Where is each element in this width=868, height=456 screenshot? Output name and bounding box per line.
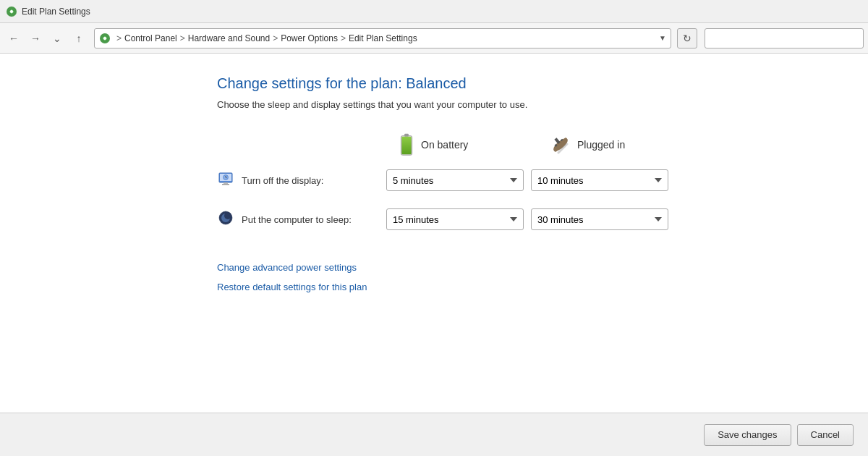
restore-default-link[interactable]: Restore default settings for this plan [217, 282, 367, 292]
page-subtitle: Choose the sleep and display settings th… [217, 99, 527, 110]
up-button[interactable]: ↑ [69, 29, 88, 48]
bottom-bar: Save changes Cancel [0, 413, 868, 456]
nav-bar: ← → ⌄ ↑ > Control Panel > Hardware and S… [0, 23, 868, 54]
back-button[interactable]: ← [4, 29, 23, 48]
display-battery-select[interactable]: 5 minutes 1 minute 2 minutes 3 minutes 1… [386, 169, 524, 191]
svg-rect-13 [224, 182, 228, 184]
sleep-plugged-select[interactable]: 30 minutes 1 minute 2 minutes 3 minutes … [531, 208, 668, 230]
breadcrumb-dropdown-button[interactable]: ▼ [659, 34, 666, 42]
svg-point-3 [103, 37, 106, 40]
display-setting-label: Turn off the display: [242, 175, 386, 186]
battery-icon [398, 132, 415, 158]
breadcrumb-hardware[interactable]: Hardware and Sound [188, 33, 270, 43]
forward-button[interactable]: → [26, 29, 45, 48]
battery-column-header: On battery [398, 132, 542, 158]
column-headers: On battery Plugged in [398, 132, 723, 158]
page-title: Change settings for the plan: Balanced [217, 75, 467, 92]
display-setting-row: Turn off the display: 5 minutes 1 minute… [217, 169, 723, 191]
plugged-column-header: Plugged in [550, 134, 694, 156]
breadcrumb: > Control Panel > Hardware and Sound > P… [114, 33, 656, 43]
plugged-column-label: Plugged in [577, 139, 625, 151]
refresh-button[interactable]: ↻ [677, 28, 697, 48]
plug-icon [550, 134, 571, 156]
breadcrumb-edit-plan[interactable]: Edit Plan Settings [349, 33, 417, 43]
links-section: Change advanced power settings Restore d… [217, 262, 367, 301]
breadcrumb-control-panel[interactable]: Control Panel [124, 33, 177, 43]
sleep-battery-select[interactable]: 15 minutes 1 minute 2 minutes 3 minutes … [386, 208, 524, 230]
save-changes-button[interactable]: Save changes [704, 424, 791, 446]
svg-rect-6 [401, 137, 411, 155]
sleep-icon [217, 210, 234, 229]
expand-button[interactable]: ⌄ [48, 29, 67, 48]
title-bar: Edit Plan Settings [0, 0, 868, 23]
svg-rect-5 [404, 134, 409, 137]
cancel-button[interactable]: Cancel [797, 424, 854, 446]
sleep-setting-row: Put the computer to sleep: 15 minutes 1 … [217, 208, 723, 230]
settings-table: On battery Plugged in [217, 132, 723, 248]
main-content: Change settings for the plan: Balanced C… [0, 54, 868, 301]
title-bar-icon [6, 6, 17, 17]
battery-column-label: On battery [421, 139, 468, 151]
display-plugged-select[interactable]: 10 minutes 1 minute 2 minutes 3 minutes … [531, 169, 668, 191]
advanced-power-link[interactable]: Change advanced power settings [217, 262, 367, 273]
svg-point-21 [224, 212, 231, 219]
folder-icon [99, 33, 111, 44]
title-bar-text: Edit Plan Settings [22, 7, 90, 17]
address-bar: > Control Panel > Hardware and Sound > P… [94, 28, 671, 48]
search-input[interactable] [705, 28, 864, 48]
svg-rect-14 [222, 184, 229, 185]
svg-point-1 [10, 10, 13, 13]
sleep-setting-label: Put the computer to sleep: [242, 214, 386, 225]
breadcrumb-power-options[interactable]: Power Options [281, 33, 338, 43]
display-icon [217, 171, 234, 190]
